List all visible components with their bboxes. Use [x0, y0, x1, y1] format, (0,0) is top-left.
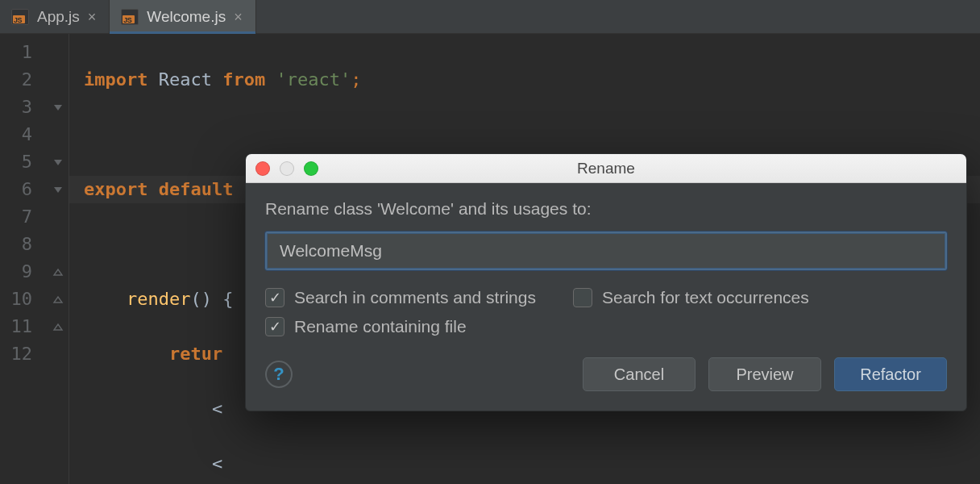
line-number: 11	[0, 313, 32, 340]
tab-label: Welcome.js	[147, 8, 226, 26]
fold-gutter	[47, 34, 69, 484]
line-number: 7	[0, 203, 32, 231]
line-number: 9	[0, 258, 32, 286]
keyword: default	[159, 179, 234, 199]
cancel-button[interactable]: Cancel	[583, 357, 696, 391]
punct: <	[212, 453, 222, 474]
help-button[interactable]: ?	[265, 361, 293, 388]
fold-toggle-icon[interactable]	[47, 148, 69, 176]
dialog-title: Rename	[246, 160, 966, 177]
line-number: 10	[0, 286, 32, 313]
line-number: 3	[0, 94, 32, 121]
line-number: 5	[0, 148, 32, 176]
keyword: import	[84, 69, 147, 90]
punct: ()	[190, 289, 212, 309]
editor-tabs: App.js × Welcome.js ×	[0, 0, 980, 34]
punct: ;	[351, 69, 361, 90]
fold-toggle-icon[interactable]	[47, 94, 69, 121]
checkbox-label: Search in comments and strings	[294, 288, 536, 307]
tab-label: App.js	[37, 8, 80, 26]
keyword: retur	[169, 344, 222, 364]
checkbox-icon	[573, 288, 592, 307]
window-controls	[255, 154, 318, 182]
checkbox-label: Rename containing file	[294, 317, 467, 336]
fold-end-icon[interactable]	[47, 258, 69, 286]
close-icon[interactable]: ×	[234, 10, 243, 24]
button-label: Cancel	[614, 365, 664, 384]
checkbox-icon	[265, 317, 284, 336]
tab-welcome-js[interactable]: Welcome.js ×	[110, 0, 255, 33]
line-number: 2	[0, 66, 32, 94]
button-label: Preview	[736, 365, 793, 384]
close-icon[interactable]: ×	[88, 10, 97, 24]
checkbox-icon	[265, 288, 284, 307]
line-number: 8	[0, 231, 32, 258]
js-file-icon	[121, 9, 139, 25]
minimize-window-icon[interactable]	[280, 161, 294, 176]
button-label: Refactor	[860, 365, 921, 384]
rename-dialog: Rename Rename class 'Welcome' and its us…	[245, 153, 967, 411]
fold-toggle-icon[interactable]	[47, 176, 69, 203]
js-file-icon	[11, 9, 29, 25]
dialog-titlebar[interactable]: Rename	[246, 154, 966, 183]
checkbox-rename-containing-file[interactable]: Rename containing file	[265, 317, 467, 336]
line-number: 6	[0, 176, 32, 203]
checkbox-search-comments[interactable]: Search in comments and strings	[265, 288, 536, 307]
line-number-gutter: 1 2 3 4 5 6 7 8 9 10 11 12	[0, 34, 47, 484]
keyword: from	[222, 69, 265, 90]
line-number: 4	[0, 121, 32, 148]
rename-prompt-label: Rename class 'Welcome' and its usages to…	[265, 199, 947, 219]
punct: <	[212, 398, 222, 419]
fold-end-icon[interactable]	[47, 286, 69, 313]
fold-end-icon[interactable]	[47, 313, 69, 340]
identifier: React	[159, 69, 212, 90]
line-number: 12	[0, 340, 32, 368]
zoom-window-icon[interactable]	[304, 161, 318, 176]
rename-input[interactable]	[265, 232, 947, 270]
help-icon: ?	[273, 364, 284, 385]
preview-button[interactable]: Preview	[708, 357, 821, 391]
punct: {	[222, 289, 233, 309]
checkbox-label: Search for text occurrences	[602, 288, 809, 307]
checkbox-search-text-occurrences[interactable]: Search for text occurrences	[573, 288, 809, 307]
keyword: export	[84, 179, 147, 199]
string-literal: 'react'	[276, 69, 351, 90]
refactor-button[interactable]: Refactor	[834, 357, 947, 391]
close-window-icon[interactable]	[255, 161, 270, 176]
line-number: 1	[0, 39, 32, 66]
method-name: render	[127, 289, 190, 309]
tab-app-js[interactable]: App.js ×	[0, 0, 110, 33]
